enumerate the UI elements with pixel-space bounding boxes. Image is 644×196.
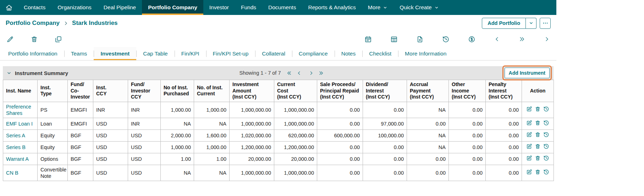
delete-row-button[interactable] <box>535 155 541 161</box>
instrument-link[interactable]: Warrant A <box>6 156 29 162</box>
nav-item-portfolio-company[interactable]: Portfolio Company <box>142 0 203 15</box>
history-row-button[interactable] <box>543 143 549 149</box>
nav-item-contacts[interactable]: Contacts <box>18 0 51 15</box>
tab-fin-kpi-set-up[interactable]: Fin/KPI Set-up <box>206 47 255 60</box>
nav-item-deal-pipeline[interactable]: Deal Pipeline <box>98 0 142 15</box>
column-header-penalty-interest-inst-ccy[interactable]: PenaltyInterest(Inst CCY) <box>486 80 522 102</box>
column-header-current-cost-inst-ccy[interactable]: CurrentCost(Inst CCY) <box>274 80 317 102</box>
next-page-button[interactable] <box>308 70 314 76</box>
instrument-link[interactable]: CN B <box>6 170 18 176</box>
cell: INR <box>128 118 161 129</box>
cell: 1,000,000.00 <box>274 118 317 129</box>
tab-more-information[interactable]: More Information <box>398 47 453 60</box>
column-header-action[interactable]: Action <box>522 80 554 102</box>
history-row-button[interactable] <box>543 132 549 138</box>
cell: 1.00 <box>194 153 230 165</box>
tab-notes[interactable]: Notes <box>335 47 363 60</box>
column-header-investment-amount-inst-ccy[interactable]: InvestmentAmount(Inst CCY) <box>230 80 274 102</box>
column-header-dividend-interest-inst-ccy[interactable]: Dividend/Interest(Inst CCY) <box>363 80 407 102</box>
column-header-no-of-inst-current[interactable]: No. of Inst.Current <box>194 80 230 102</box>
breadcrumb-separator-icon <box>63 21 68 26</box>
history-icon <box>543 132 549 138</box>
nav-item-investor[interactable]: Investor <box>203 0 235 15</box>
tab-collateral[interactable]: Collateral <box>255 47 292 60</box>
nav-item-organizations[interactable]: Organizations <box>51 0 98 15</box>
edit-row-button[interactable] <box>526 120 532 126</box>
instrument-link[interactable]: Series A <box>6 133 25 138</box>
history-row-button[interactable] <box>543 169 549 175</box>
breadcrumb-current: Stark Industries <box>72 20 118 27</box>
nav-item-funds[interactable]: Funds <box>235 0 262 15</box>
delete-row-button[interactable] <box>535 143 541 149</box>
edit-row-button[interactable] <box>526 155 532 161</box>
app-window: ContactsOrganizationsDeal PipelinePortfo… <box>0 0 556 196</box>
column-header-inst-name[interactable]: Inst. Name <box>3 80 38 102</box>
nav-item-label: Quick Create <box>400 4 431 11</box>
currency-exchange-button[interactable] <box>468 36 475 43</box>
cell: 0.00 <box>449 102 486 118</box>
next-record-button[interactable] <box>544 36 550 42</box>
instrument-link[interactable]: Series B <box>6 144 26 150</box>
last-page-button[interactable] <box>318 70 324 76</box>
column-header-fund-investor-ccy[interactable]: Fund/InvestorCCY <box>128 80 161 102</box>
chevrons-right-icon <box>318 70 324 76</box>
previous-record-button[interactable] <box>494 36 500 42</box>
toolbar <box>0 31 556 47</box>
nav-item-more[interactable]: More <box>362 0 393 15</box>
history-button[interactable] <box>442 36 450 43</box>
tab-checklist[interactable]: Checklist <box>362 47 398 60</box>
delete-row-button[interactable] <box>535 132 541 138</box>
edit-row-button[interactable] <box>526 106 532 112</box>
add-portfolio-button[interactable]: Add Portfolio <box>482 18 526 29</box>
first-page-button[interactable] <box>286 70 292 76</box>
duplicate-button[interactable] <box>55 36 62 43</box>
tab-fin-kpi[interactable]: Fin/KPI <box>175 47 206 60</box>
highlight-annotation: Add Instrument <box>502 65 552 80</box>
column-header-other-income-inst-ccy[interactable]: OtherIncome(Inst CCY) <box>449 80 486 102</box>
previous-page-button[interactable] <box>296 70 302 76</box>
tab-portfolio-information[interactable]: Portfolio Information <box>1 47 64 60</box>
nav-item-label: Reports & Analytics <box>308 4 356 11</box>
tab-compliance[interactable]: Compliance <box>292 47 335 60</box>
table-grid-button[interactable] <box>390 36 398 43</box>
delete-row-button[interactable] <box>535 120 541 126</box>
instrument-link[interactable]: EMF Loan I <box>6 121 33 127</box>
nav-item-documents[interactable]: Documents <box>262 0 302 15</box>
tab-cap-table[interactable]: Cap Table <box>136 47 175 60</box>
calendar-button[interactable] <box>364 36 372 43</box>
cell: BGF <box>68 129 93 141</box>
more-options-button[interactable] <box>540 18 551 29</box>
tab-bar: Portfolio InformationTeamsInvestmentCap … <box>0 47 556 60</box>
edit-button[interactable] <box>6 36 14 43</box>
history-row-button[interactable] <box>543 155 549 161</box>
home-button[interactable] <box>0 0 18 15</box>
add-instrument-button[interactable]: Add Instrument <box>505 68 550 78</box>
delete-button[interactable] <box>31 36 38 43</box>
history-row-button[interactable] <box>543 106 549 112</box>
column-header-sale-proceeds-principal-repaid-inst-ccy[interactable]: Sale Proceeds/Principal Repaid(Inst CCY) <box>317 80 363 102</box>
tab-teams[interactable]: Teams <box>64 47 94 60</box>
add-portfolio-dropdown-button[interactable] <box>526 18 536 29</box>
cell: 0.00 <box>449 129 486 141</box>
edit-row-button[interactable] <box>526 132 532 138</box>
column-header-inst-ccy[interactable]: Inst.CCY <box>93 80 128 102</box>
column-header-fund-co-investor[interactable]: Fund/Co-Investor <box>68 80 93 102</box>
column-header-inst-type[interactable]: Inst.Type <box>38 80 68 102</box>
column-header-accrual-payment-inst-ccy[interactable]: AccrualPayment(Inst CCY) <box>407 80 449 102</box>
fast-forward-button[interactable] <box>519 36 525 42</box>
delete-row-button[interactable] <box>535 106 541 112</box>
edit-row-button[interactable] <box>526 169 532 175</box>
collapse-section-button[interactable] <box>6 70 12 76</box>
nav-item-quick-create[interactable]: Quick Create <box>393 0 445 15</box>
tab-investment[interactable]: Investment <box>94 47 136 60</box>
nav-item-reports-analytics[interactable]: Reports & Analytics <box>302 0 362 15</box>
edit-row-button[interactable] <box>526 143 532 149</box>
history-row-button[interactable] <box>543 120 549 126</box>
cell: EMGFI <box>68 118 93 129</box>
breadcrumb-section[interactable]: Portfolio Company <box>6 20 60 27</box>
instrument-link[interactable]: Preference Shares <box>6 104 31 116</box>
delete-row-button[interactable] <box>535 169 541 175</box>
file-add-button[interactable] <box>416 36 424 43</box>
column-header-no-of-inst-purchased[interactable]: No of Inst.Purchased <box>161 80 194 102</box>
cell: NA <box>407 141 449 153</box>
